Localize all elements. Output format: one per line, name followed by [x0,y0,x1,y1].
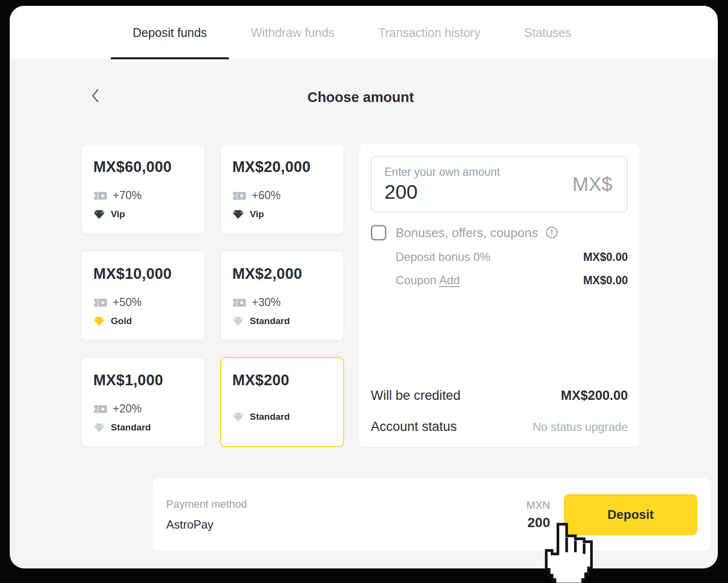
amount-card-200-selected[interactable]: MX$200 Standard [220,357,344,447]
coupon-ticket-icon [93,297,107,308]
amount-card-2000[interactable]: MX$2,000 +30% Standard [220,251,344,341]
gem-vip-icon [93,209,105,220]
account-status-label: Account status [371,419,457,434]
card-tier-label: Standard [111,422,151,433]
amount-card-60000[interactable]: MX$60,000 +70% Vip [81,144,205,234]
card-bonus-label: +20% [113,402,141,415]
payment-currency: MXN [526,499,550,512]
account-status-value: No status upgrade [533,420,628,434]
content-area: Choose amount MX$60,000 +70% [10,59,718,551]
card-amount-label: MX$20,000 [232,158,332,176]
credited-label: Will be credited [371,388,461,403]
card-tier-label: Vip [111,209,125,220]
card-bonus-label: +60% [252,189,280,202]
card-tier-label: Standard [250,316,290,326]
bonuses-label-text: Bonuses, offers, coupons [396,225,538,240]
info-icon[interactable] [545,226,558,239]
bonuses-checkbox[interactable] [371,225,386,240]
back-button[interactable] [87,88,104,105]
coupon-value: MX$0.00 [583,274,628,287]
card-bonus-label: +70% [113,189,141,202]
gem-standard-icon [232,316,244,326]
card-bonus-label: +30% [252,296,280,309]
payment-sum: 200 [526,515,550,531]
card-tier-label: Gold [111,316,132,326]
credited-value: MX$200.00 [561,388,628,403]
coupon-ticket-icon [93,190,107,201]
deposit-bonus-value: MX$0.00 [583,251,628,264]
gem-vip-icon [232,209,244,220]
card-amount-label: MX$60,000 [93,158,193,176]
coupon-add-link[interactable]: Add [439,274,460,287]
amount-card-20000[interactable]: MX$20,000 +60% Vip [220,144,344,234]
gem-gold-icon [93,316,105,326]
coupon-ticket-icon [232,190,246,201]
amount-card-10000[interactable]: MX$10,000 +50% Gold [81,251,205,341]
deposit-button[interactable]: Deposit [564,494,697,535]
coupon-ticket-icon [93,404,107,414]
chevron-left-icon [91,88,100,105]
deposit-details-panel: Enter your own amount 200 MX$ Bonuses, o… [359,144,640,447]
card-tier-label: Standard [250,412,290,422]
card-amount-label: MX$10,000 [93,265,193,283]
payment-bar: Payment method AstroPay MXN 200 Deposit [153,478,711,551]
tab-bar: Deposit funds Withdraw funds Transaction… [10,6,718,59]
deposit-bonus-label: Deposit bonus 0% [396,250,490,264]
page-title: Choose amount [81,87,640,107]
card-tier-label: Vip [250,209,264,220]
gem-standard-icon [232,412,244,422]
tab-statuses[interactable]: Statuses [502,6,593,59]
tab-deposit-funds[interactable]: Deposit funds [111,6,229,59]
card-amount-label: MX$1,000 [93,372,193,389]
currency-suffix: MX$ [572,173,612,195]
card-amount-label: MX$200 [232,372,332,389]
payment-method-label: Payment method [166,498,247,511]
card-amount-label: MX$2,000 [232,265,332,283]
gem-standard-icon [93,423,105,433]
coupon-ticket-icon [232,297,246,308]
tab-withdraw-funds[interactable]: Withdraw funds [229,6,356,59]
amount-grid: MX$60,000 +70% Vip MX [81,144,640,447]
tab-transaction-history[interactable]: Transaction history [356,6,502,59]
coupon-label: Coupon Add [396,274,460,287]
card-bonus-label: +50% [113,296,141,309]
payment-method-value: AstroPay [166,518,247,532]
coupon-label-text: Coupon [396,274,436,287]
amount-card-1000[interactable]: MX$1,000 +20% Standard [81,357,205,447]
bonuses-checkbox-label: Bonuses, offers, coupons [396,225,558,240]
deposit-panel: Deposit funds Withdraw funds Transaction… [10,6,718,568]
page-header: Choose amount [81,87,640,107]
own-amount-input[interactable]: Enter your own amount 200 MX$ [371,156,628,212]
